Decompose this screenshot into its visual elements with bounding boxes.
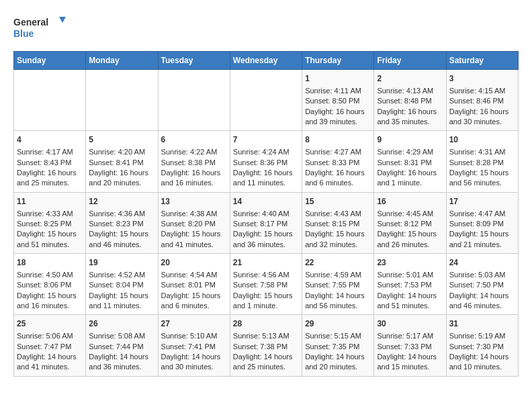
sunset-text: Sunset: 7:55 PM [305, 280, 371, 290]
sunset-text: Sunset: 7:44 PM [89, 342, 154, 352]
sunset-text: Sunset: 8:06 PM [17, 280, 83, 290]
day-number: 2 [377, 73, 443, 85]
calendar-cell: 9Sunrise: 4:29 AMSunset: 8:31 PMDaylight… [374, 131, 446, 192]
calendar-cell: 3Sunrise: 4:15 AMSunset: 8:46 PMDaylight… [446, 70, 518, 131]
calendar-week-row: 11Sunrise: 4:33 AMSunset: 8:25 PMDayligh… [14, 192, 519, 253]
calendar-cell: 18Sunrise: 4:50 AMSunset: 8:06 PMDayligh… [14, 254, 86, 315]
daylight-text: Daylight: 16 hours and 39 minutes. [305, 107, 371, 128]
day-number: 1 [305, 73, 371, 85]
calendar-week-row: 1Sunrise: 4:11 AMSunset: 8:50 PMDaylight… [14, 70, 519, 131]
sunrise-text: Sunrise: 4:36 AM [89, 209, 154, 219]
calendar-cell: 14Sunrise: 4:40 AMSunset: 8:17 PMDayligh… [230, 192, 302, 253]
day-number: 22 [305, 257, 371, 269]
calendar-header-row: SundayMondayTuesdayWednesdayThursdayFrid… [14, 52, 519, 70]
calendar-cell: 21Sunrise: 4:56 AMSunset: 7:58 PMDayligh… [230, 254, 302, 315]
sunset-text: Sunset: 8:20 PM [161, 219, 227, 229]
sunrise-text: Sunrise: 5:03 AM [449, 270, 515, 280]
sunrise-text: Sunrise: 4:56 AM [233, 270, 299, 280]
calendar-cell [86, 70, 158, 131]
sunset-text: Sunset: 7:30 PM [449, 342, 515, 352]
logo-svg: General Blue [13, 13, 67, 40]
calendar-cell: 27Sunrise: 5:10 AMSunset: 7:41 PMDayligh… [158, 315, 230, 376]
sunrise-text: Sunrise: 4:22 AM [161, 147, 227, 157]
calendar-cell: 16Sunrise: 4:45 AMSunset: 8:12 PMDayligh… [374, 192, 446, 253]
sunset-text: Sunset: 8:15 PM [305, 219, 371, 229]
sunrise-text: Sunrise: 5:19 AM [449, 331, 515, 341]
daylight-text: Daylight: 14 hours and 51 minutes. [377, 291, 443, 312]
calendar-cell: 15Sunrise: 4:43 AMSunset: 8:15 PMDayligh… [302, 192, 374, 253]
calendar-cell: 4Sunrise: 4:17 AMSunset: 8:43 PMDaylight… [14, 131, 86, 192]
sunrise-text: Sunrise: 4:38 AM [161, 209, 227, 219]
daylight-text: Daylight: 15 hours and 46 minutes. [89, 229, 154, 250]
sunrise-text: Sunrise: 4:20 AM [89, 147, 154, 157]
sunset-text: Sunset: 8:50 PM [305, 96, 371, 106]
sunset-text: Sunset: 8:46 PM [449, 96, 515, 106]
sunset-text: Sunset: 8:41 PM [89, 158, 154, 168]
calendar-cell: 17Sunrise: 4:47 AMSunset: 8:09 PMDayligh… [446, 192, 518, 253]
calendar-cell [230, 70, 302, 131]
day-number: 8 [305, 134, 371, 146]
sunrise-text: Sunrise: 4:40 AM [233, 209, 299, 219]
sunrise-text: Sunrise: 5:06 AM [17, 331, 83, 341]
daylight-text: Daylight: 14 hours and 41 minutes. [17, 352, 83, 373]
calendar-week-row: 25Sunrise: 5:06 AMSunset: 7:47 PMDayligh… [14, 315, 519, 376]
day-number: 20 [161, 257, 227, 269]
day-number: 7 [233, 134, 299, 146]
calendar-cell: 25Sunrise: 5:06 AMSunset: 7:47 PMDayligh… [14, 315, 86, 376]
sunrise-text: Sunrise: 4:24 AM [233, 147, 299, 157]
header-thursday: Thursday [302, 52, 374, 70]
sunset-text: Sunset: 8:04 PM [89, 280, 154, 290]
sunset-text: Sunset: 8:25 PM [17, 219, 83, 229]
daylight-text: Daylight: 16 hours and 25 minutes. [17, 168, 83, 189]
day-number: 11 [17, 196, 83, 208]
day-number: 19 [89, 257, 154, 269]
page-header: General Blue [13, 13, 519, 40]
sunset-text: Sunset: 8:43 PM [17, 158, 83, 168]
sunrise-text: Sunrise: 5:17 AM [377, 331, 443, 341]
calendar-cell: 24Sunrise: 5:03 AMSunset: 7:50 PMDayligh… [446, 254, 518, 315]
calendar-cell [14, 70, 86, 131]
calendar-cell: 12Sunrise: 4:36 AMSunset: 8:23 PMDayligh… [86, 192, 158, 253]
day-number: 31 [449, 318, 515, 330]
daylight-text: Daylight: 15 hours and 6 minutes. [161, 291, 227, 312]
sunset-text: Sunset: 8:09 PM [449, 219, 515, 229]
sunrise-text: Sunrise: 5:15 AM [305, 331, 371, 341]
header-friday: Friday [374, 52, 446, 70]
day-number: 13 [161, 196, 227, 208]
logo: General Blue [13, 13, 67, 40]
sunrise-text: Sunrise: 4:31 AM [449, 147, 515, 157]
daylight-text: Daylight: 15 hours and 51 minutes. [17, 229, 83, 250]
header-monday: Monday [86, 52, 158, 70]
calendar-cell: 5Sunrise: 4:20 AMSunset: 8:41 PMDaylight… [86, 131, 158, 192]
sunset-text: Sunset: 7:58 PM [233, 280, 299, 290]
calendar-cell: 22Sunrise: 4:59 AMSunset: 7:55 PMDayligh… [302, 254, 374, 315]
calendar-cell: 6Sunrise: 4:22 AMSunset: 8:38 PMDaylight… [158, 131, 230, 192]
day-number: 12 [89, 196, 154, 208]
daylight-text: Daylight: 16 hours and 20 minutes. [89, 168, 154, 189]
sunrise-text: Sunrise: 5:08 AM [89, 331, 154, 341]
day-number: 23 [377, 257, 443, 269]
svg-text:General: General [13, 17, 48, 28]
day-number: 28 [233, 318, 299, 330]
sunrise-text: Sunrise: 4:33 AM [17, 209, 83, 219]
calendar-cell: 20Sunrise: 4:54 AMSunset: 8:01 PMDayligh… [158, 254, 230, 315]
sunset-text: Sunset: 7:33 PM [377, 342, 443, 352]
sunset-text: Sunset: 7:35 PM [305, 342, 371, 352]
sunset-text: Sunset: 8:28 PM [449, 158, 515, 168]
sunrise-text: Sunrise: 4:45 AM [377, 209, 443, 219]
svg-text:Blue: Blue [13, 28, 34, 39]
day-number: 9 [377, 134, 443, 146]
daylight-text: Daylight: 14 hours and 36 minutes. [89, 352, 154, 373]
day-number: 16 [377, 196, 443, 208]
day-number: 6 [161, 134, 227, 146]
sunrise-text: Sunrise: 4:54 AM [161, 270, 227, 280]
daylight-text: Daylight: 15 hours and 41 minutes. [161, 229, 227, 250]
calendar-cell: 23Sunrise: 5:01 AMSunset: 7:53 PMDayligh… [374, 254, 446, 315]
day-number: 21 [233, 257, 299, 269]
daylight-text: Daylight: 14 hours and 10 minutes. [449, 352, 515, 373]
daylight-text: Daylight: 15 hours and 1 minute. [233, 291, 299, 312]
calendar-cell: 26Sunrise: 5:08 AMSunset: 7:44 PMDayligh… [86, 315, 158, 376]
daylight-text: Daylight: 14 hours and 25 minutes. [233, 352, 299, 373]
sunrise-text: Sunrise: 4:17 AM [17, 147, 83, 157]
sunset-text: Sunset: 8:31 PM [377, 158, 443, 168]
